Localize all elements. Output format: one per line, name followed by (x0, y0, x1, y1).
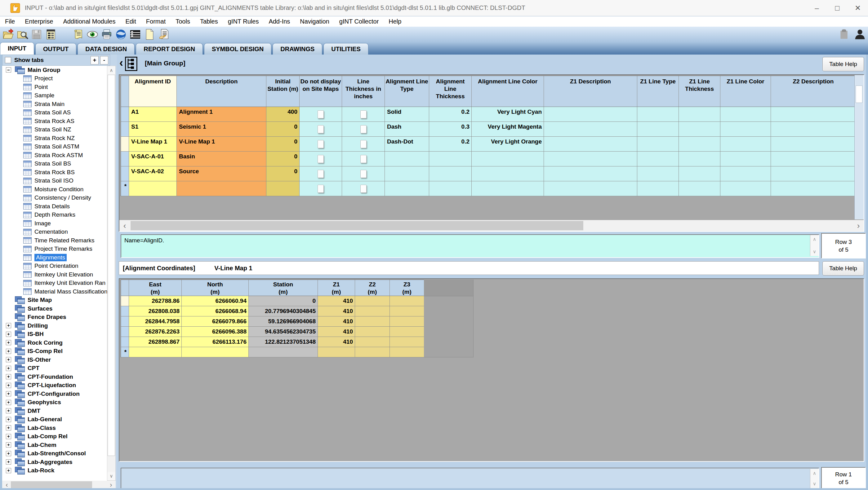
cell-z1-line-thickness[interactable] (679, 122, 720, 137)
sidebar-table-item[interactable]: Cementation (2, 228, 107, 236)
cell-line-thickness[interactable] (429, 152, 472, 166)
sidebar-table-item[interactable]: Strata Soil NZ (2, 126, 107, 134)
cell-z1[interactable]: 410 (318, 296, 355, 306)
sidebar-group-item[interactable]: CPT-Foundation (2, 372, 107, 381)
cell-line-color[interactable]: Very Light Magenta (472, 122, 544, 137)
cell-alignment-id[interactable]: V-Line Map 1 (129, 137, 177, 152)
cell-z2[interactable] (355, 347, 390, 357)
sidebar-group-item[interactable]: IS-Other (2, 356, 107, 364)
cell-description[interactable]: Seismic 1 (177, 122, 267, 137)
sidebar-table-item[interactable]: Strata Rock NZ (2, 134, 107, 142)
cell-line-type[interactable]: Dash (385, 122, 429, 137)
cell-z1-description[interactable] (544, 181, 637, 196)
sidebar-group-item[interactable]: Rock Coring (2, 338, 107, 347)
sidebar-table-item[interactable]: Point Orientation (2, 262, 107, 270)
cell-do-not-display[interactable] (300, 181, 342, 196)
cell-z1-description[interactable] (544, 152, 637, 166)
cell-north[interactable]: 6266096.388 (182, 327, 249, 337)
expand-icon[interactable] (6, 434, 11, 439)
cell-z2-description[interactable] (771, 122, 856, 137)
cell-z1-line-thickness[interactable] (679, 181, 720, 196)
sidebar-table-item[interactable]: Strata Soil AS (2, 108, 107, 117)
cell-z2-description[interactable] (771, 152, 856, 166)
sidebar-group-item[interactable]: Surfaces (2, 304, 107, 313)
sidebar-table-item[interactable]: Point (2, 83, 107, 91)
row-selector[interactable] (121, 122, 129, 137)
menu-item[interactable]: Navigation (295, 18, 334, 25)
menu-item[interactable]: Add-Ins (264, 18, 295, 25)
cell-z2-description[interactable] (771, 181, 856, 196)
menu-item[interactable]: File (0, 18, 20, 25)
row-selector[interactable] (121, 152, 129, 166)
cell-alignment-id[interactable]: S1 (129, 122, 177, 137)
scrollbar-thumb[interactable] (11, 481, 92, 489)
cell-z1[interactable]: 410 (318, 317, 355, 327)
menu-item[interactable]: Help (383, 18, 406, 25)
cell-z1-line-color[interactable] (720, 122, 771, 137)
cell-z1-line-color[interactable] (720, 107, 771, 122)
sidebar-group-item[interactable]: CPT-Liquefaction (2, 381, 107, 390)
cell-line-color[interactable] (472, 152, 544, 166)
save-icon[interactable] (30, 28, 43, 41)
checkbox[interactable] (360, 125, 367, 133)
cell-z1-line-thickness[interactable] (679, 107, 720, 122)
tree-root-main-group[interactable]: Main Group (2, 66, 107, 74)
checkbox[interactable] (360, 170, 367, 178)
menu-item[interactable]: gINT Rules (223, 18, 264, 25)
cell-line-thickness[interactable]: 0.2 (429, 137, 472, 152)
cell-z1-line-type[interactable] (637, 107, 679, 122)
cell-do-not-display[interactable] (300, 152, 342, 166)
sidebar-group-item[interactable]: Lab-Aggregates (2, 458, 107, 466)
expand-icon[interactable] (6, 391, 11, 396)
cell-z2[interactable] (355, 306, 390, 317)
expand-icon[interactable] (6, 408, 11, 414)
expand-icon[interactable] (6, 442, 11, 448)
cell-east[interactable]: 262876.2263 (129, 327, 182, 337)
cell-z3[interactable] (390, 306, 424, 317)
scroll-up-icon[interactable] (810, 235, 819, 243)
cell-z3[interactable] (390, 347, 424, 357)
cell-alignment-id[interactable]: V-SAC-A-02 (129, 166, 177, 181)
cell-thickness-in-inches[interactable] (342, 122, 385, 137)
tree-vertical-scrollbar[interactable] (107, 66, 116, 481)
cell-initial-station[interactable]: 0 (267, 166, 300, 181)
cell-do-not-display[interactable] (300, 137, 342, 152)
expand-icon[interactable] (6, 323, 11, 328)
sidebar-table-item[interactable]: Alignments (2, 253, 107, 262)
expand-icon[interactable] (6, 383, 11, 388)
menu-item[interactable]: Tables (195, 18, 223, 25)
sidebar-table-item[interactable]: Project Time Remarks (2, 245, 107, 254)
close-button[interactable]: ✕ (847, 0, 868, 16)
scroll-up-icon[interactable] (107, 66, 115, 74)
print-preview-eye-icon[interactable] (86, 28, 99, 41)
print-icon[interactable] (100, 28, 113, 41)
row-selector[interactable] (121, 137, 129, 152)
row-selector[interactable] (121, 166, 129, 181)
sidebar-group-item[interactable]: Geophysics (2, 398, 107, 407)
cell-initial-station[interactable]: 0 (267, 122, 300, 137)
cell-z2[interactable] (355, 317, 390, 327)
expand-icon[interactable] (6, 332, 11, 337)
data-table-icon[interactable] (129, 28, 142, 41)
sidebar-group-item[interactable]: CPT (2, 364, 107, 373)
cell-initial-station[interactable] (267, 181, 300, 196)
expand-all-button[interactable]: + (91, 56, 99, 64)
table-help-button[interactable]: Table Help (823, 57, 864, 71)
tab[interactable]: UTILITIES (323, 43, 368, 55)
cell-z1[interactable]: 410 (318, 327, 355, 337)
menu-item[interactable]: Tools (170, 18, 195, 25)
cell-z1-line-color[interactable] (720, 166, 771, 181)
table-horizontal-scrollbar[interactable] (119, 220, 864, 231)
sidebar-table-item[interactable]: Strata Soil ASTM (2, 142, 107, 151)
cell-thickness-in-inches[interactable] (342, 137, 385, 152)
scrollbar-thumb[interactable] (107, 75, 115, 456)
scroll-down-icon[interactable] (810, 248, 819, 255)
cell-initial-station[interactable]: 0 (267, 152, 300, 166)
new-row-marker[interactable]: * (121, 347, 129, 357)
cell-east[interactable]: 262844.7958 (129, 317, 182, 327)
checkbox[interactable] (317, 140, 324, 148)
cell-line-thickness[interactable] (429, 181, 472, 196)
row-selector[interactable] (121, 306, 129, 317)
cell-z1-description[interactable] (544, 122, 637, 137)
sidebar-group-item[interactable]: Lab-Chem (2, 441, 107, 449)
